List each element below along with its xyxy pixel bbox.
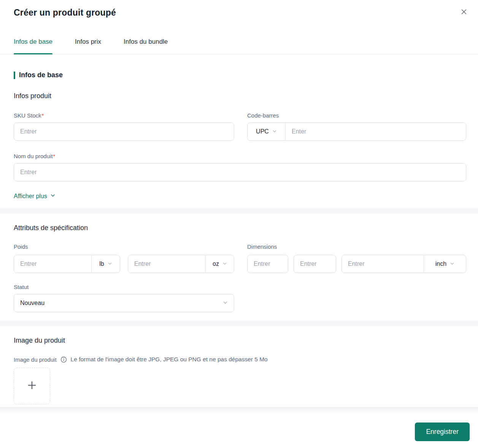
- chevron-down-icon: [450, 261, 454, 267]
- info-icon: [60, 356, 67, 363]
- dimensions-inputs-row: inch: [247, 255, 466, 273]
- weight-dimensions-row: Poids lb oz: [14, 232, 466, 273]
- product-name-input-wrap: [14, 163, 466, 181]
- dimensions-field-block: Dimensions inch: [247, 232, 466, 273]
- required-asterisk: *: [53, 153, 56, 159]
- basic-info-section-header: Infos de base: [14, 71, 466, 79]
- section-divider: [0, 321, 478, 326]
- sku-input-wrap: [14, 122, 234, 141]
- weight-lb-unit-select[interactable]: lb: [91, 255, 120, 273]
- weight-oz-unit-value: oz: [213, 261, 219, 267]
- image-format-hint: Le format de l'image doit être JPG, JPEG…: [71, 356, 268, 363]
- barcode-type-value: UPC: [256, 128, 269, 135]
- section-divider: [0, 208, 478, 213]
- spec-attributes-section: Attributs de spécification Poids lb: [0, 224, 478, 321]
- weight-lb-input[interactable]: [14, 255, 91, 273]
- chevron-down-icon: [223, 300, 228, 307]
- create-grouped-product-dialog: Créer un produit groupé Infos de base In…: [0, 0, 478, 448]
- upload-area: [14, 368, 466, 407]
- tab-infos-du-bundle[interactable]: Infos du bundle: [124, 38, 168, 54]
- sku-label: SKU Stock*: [14, 112, 234, 119]
- chevron-down-icon: [222, 261, 227, 267]
- dimension-height-input[interactable]: [342, 255, 424, 273]
- show-more-link[interactable]: Afficher plus: [14, 193, 56, 200]
- save-button[interactable]: Enregistrer: [415, 423, 470, 441]
- dialog-footer: Enregistrer: [0, 413, 478, 444]
- product-info-subheading: Infos produit: [14, 92, 466, 100]
- barcode-input[interactable]: [286, 123, 466, 140]
- plus-icon: [26, 380, 38, 392]
- tab-bar: Infos de base Infos prix Infos du bundle: [0, 38, 478, 54]
- barcode-field-block: Code-barres UPC: [247, 100, 466, 141]
- product-image-section: Image du produit Image du produit Le for…: [0, 337, 478, 407]
- section-accent-bar: [14, 71, 15, 79]
- basic-info-section-title: Infos de base: [19, 71, 63, 79]
- close-button[interactable]: [459, 8, 469, 17]
- chevron-down-icon: [272, 128, 277, 135]
- footer-divider: [0, 407, 478, 413]
- sku-label-text: SKU Stock: [14, 112, 41, 119]
- barcode-type-select[interactable]: UPC: [248, 123, 286, 140]
- barcode-label: Code-barres: [247, 112, 466, 119]
- status-select[interactable]: Nouveau: [14, 294, 234, 312]
- sku-barcode-row: SKU Stock* Code-barres UPC: [14, 100, 466, 141]
- weight-inputs-row: lb oz: [14, 255, 234, 273]
- sku-input[interactable]: [14, 122, 234, 141]
- weight-oz-unit-select[interactable]: oz: [205, 255, 234, 273]
- dialog-header: Créer un produit groupé: [0, 0, 478, 18]
- sku-field-block: SKU Stock*: [14, 100, 234, 141]
- tab-infos-prix[interactable]: Infos prix: [75, 38, 101, 54]
- product-name-input[interactable]: [14, 163, 466, 181]
- chevron-down-icon: [108, 261, 112, 267]
- spec-attributes-title: Attributs de spécification: [14, 224, 466, 232]
- page-title: Créer un produit groupé: [14, 7, 464, 18]
- dimensions-label: Dimensions: [247, 243, 466, 250]
- weight-lb-group: lb: [14, 255, 120, 273]
- dimension-height-group: inch: [341, 255, 466, 273]
- show-more-wrap: Afficher plus: [14, 181, 466, 208]
- dimension-length-input[interactable]: [247, 255, 288, 273]
- product-image-title: Image du produit: [14, 337, 466, 345]
- weight-field-block: Poids lb oz: [14, 232, 234, 273]
- product-name-field-block: Nom du produit*: [14, 153, 466, 181]
- image-caption-row: Image du produit Le format de l'image do…: [14, 356, 466, 363]
- image-upload-button[interactable]: [14, 368, 50, 404]
- status-field-block: Statut Nouveau: [14, 284, 466, 321]
- product-name-label-text: Nom du produit: [14, 153, 53, 159]
- status-value: Nouveau: [20, 300, 44, 307]
- weight-label: Poids: [14, 243, 234, 250]
- barcode-input-group: UPC: [247, 122, 466, 141]
- status-select-wrap: Nouveau: [14, 294, 234, 312]
- weight-oz-group: oz: [128, 255, 234, 273]
- tab-infos-de-base[interactable]: Infos de base: [14, 38, 52, 54]
- required-asterisk: *: [42, 112, 44, 119]
- product-name-label: Nom du produit*: [14, 153, 466, 160]
- weight-oz-input[interactable]: [128, 255, 205, 273]
- barcode-input-wrap: UPC: [247, 122, 466, 141]
- chevron-down-icon: [50, 193, 56, 200]
- dimension-unit-select[interactable]: inch: [424, 255, 466, 273]
- status-label: Statut: [14, 284, 466, 291]
- image-field-label: Image du produit: [14, 356, 57, 363]
- dimension-unit-value: inch: [435, 261, 446, 267]
- basic-info-section: Infos de base Infos produit SKU Stock* C…: [0, 71, 478, 208]
- dimension-width-input[interactable]: [294, 255, 336, 273]
- show-more-label: Afficher plus: [14, 193, 47, 200]
- close-icon: [460, 8, 468, 17]
- weight-lb-unit-value: lb: [99, 261, 104, 267]
